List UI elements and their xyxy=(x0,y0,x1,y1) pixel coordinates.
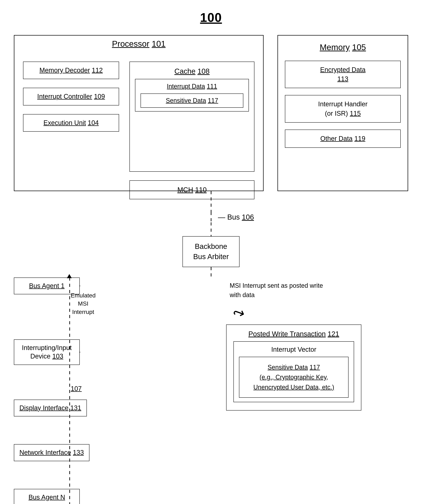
dashed-line-bus xyxy=(211,212,211,222)
curved-arrow: ↩ xyxy=(231,303,247,322)
interrupting-device-row: Interrupting/InputDevice 103 xyxy=(14,339,80,365)
dashed-segment-2 xyxy=(211,222,211,236)
sensitive-data-nested-box: Sensitive Data 117 xyxy=(141,94,243,108)
bottom-section: Bus Agent 1 EmulatedMSIInterrupt Interru xyxy=(14,277,408,504)
agents-column: Bus Agent 1 EmulatedMSIInterrupt Interru xyxy=(14,277,212,504)
encrypted-data-box: Encrypted Data113 xyxy=(285,61,401,88)
dashed-line-1 xyxy=(211,191,211,212)
display-interface-row: Display Interface 131 xyxy=(14,400,87,416)
up-arrow xyxy=(67,274,72,278)
emulated-msi-label: EmulatedMSIInterrupt xyxy=(71,291,96,316)
other-data-box: Other Data 119 xyxy=(285,130,401,148)
cache-box: Cache 108 Interrupt Data 111 Sensitive D… xyxy=(129,62,254,172)
agents-dashed-line xyxy=(69,277,70,504)
number-107-label: 107 xyxy=(71,385,82,392)
dashed-segment-3 xyxy=(211,267,211,277)
pwt-box: Posted Write Transaction 121 Interrupt V… xyxy=(226,324,361,411)
display-interface-box: Display Interface 131 xyxy=(14,400,87,416)
bus-label: — Bus 106 xyxy=(218,213,254,221)
processor-label: Processor 101 xyxy=(112,39,166,48)
memory-decoder-box: Memory Decoder 112 xyxy=(23,62,119,79)
dashed-segment-1 xyxy=(14,191,408,212)
page-title: 100 xyxy=(200,10,222,25)
interrupt-handler-box: Interrupt Handler(or ISR) 115 xyxy=(285,95,401,122)
sensitive-inner-box: Sensitive Data 117 (e.g., Cryptographic … xyxy=(239,357,349,398)
msi-note: MSI Interrupt sent as posted write with … xyxy=(230,281,334,300)
bus-connection: — Bus 106 BackboneBus Arbiter xyxy=(14,191,408,504)
dashed-line-2 xyxy=(211,222,211,236)
processor-right: Cache 108 Interrupt Data 111 Sensitive D… xyxy=(129,62,254,199)
top-row: Processor 101 Memory Decoder 112 Interru… xyxy=(14,35,408,191)
interrupt-vector-box: Interrupt Vector Sensitive Data 117 (e.g… xyxy=(234,341,354,402)
execution-unit-box: Execution Unit 104 xyxy=(23,114,119,132)
right-section: MSI Interrupt sent as posted write with … xyxy=(212,277,408,411)
processor-box: Processor 101 Memory Decoder 112 Interru… xyxy=(14,35,264,191)
network-interface-box: Network Interface 133 xyxy=(14,444,89,461)
interrupt-controller-box: Interrupt Controller 109 xyxy=(23,88,119,105)
bus-label-row: — Bus 106 xyxy=(14,212,408,222)
main-diagram: Processor 101 Memory Decoder 112 Interru… xyxy=(14,35,408,504)
dashed-line-3 xyxy=(211,267,211,277)
processor-inner: Memory Decoder 112 Interrupt Controller … xyxy=(23,62,254,199)
backbone-bus-arbiter: BackboneBus Arbiter xyxy=(182,236,240,267)
interrupt-data-box: Interrupt Data 111 Sensitive Data 117 xyxy=(135,79,249,112)
memory-title: Memory 105 xyxy=(320,42,366,52)
memory-box: Memory 105 Encrypted Data113 Interrupt H… xyxy=(277,35,408,191)
bus-agent-1-row: Bus Agent 1 xyxy=(14,277,80,294)
network-interface-row: Network Interface 133 xyxy=(14,444,89,461)
processor-left: Memory Decoder 112 Interrupt Controller … xyxy=(23,62,119,199)
